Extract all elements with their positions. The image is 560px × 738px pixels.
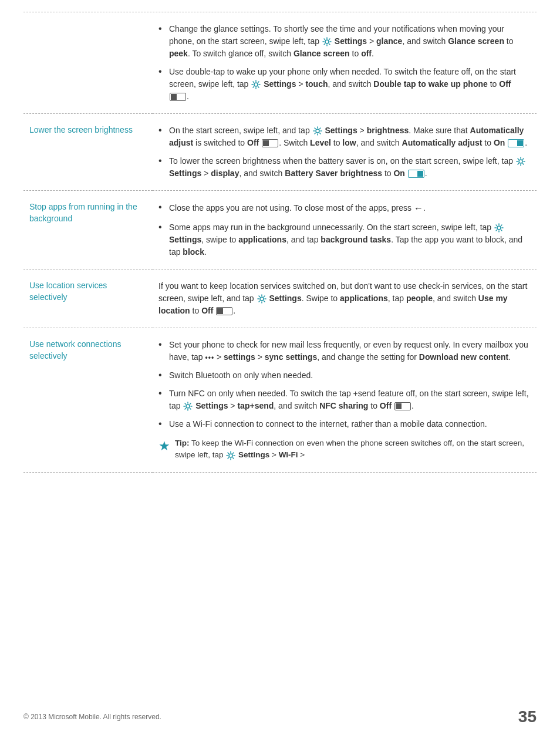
- touch-label: touch: [305, 79, 328, 89]
- settings-label8: Settings: [238, 450, 269, 459]
- settings-label7: Settings: [195, 401, 228, 410]
- toggle-off-icon3: [216, 307, 232, 315]
- toggle-off-icon: [170, 93, 186, 101]
- block-label: block: [183, 247, 204, 257]
- section-content-glance: Change the glance settings. To shortly s…: [153, 12, 537, 114]
- settings-icon7: [183, 402, 193, 411]
- toggle-on-icon: [508, 139, 524, 147]
- people-label: people: [406, 294, 433, 303]
- nfc-sharing-label: NFC sharing: [319, 401, 368, 410]
- display-label: display: [211, 169, 239, 178]
- content-table: Change the glance settings. To shortly s…: [23, 12, 537, 473]
- tip-text: Tip: To keep the Wi-Fi connection on eve…: [175, 437, 531, 461]
- page-number: 35: [518, 707, 537, 726]
- toggle-off-icon4: [394, 402, 411, 410]
- copyright-text: © 2013 Microsoft Mobile. All rights rese…: [23, 713, 161, 721]
- star-icon: ★: [158, 436, 170, 456]
- sync-settings-label: sync settings: [265, 352, 317, 362]
- peek-label: peek: [169, 49, 188, 58]
- off-label3: Off: [247, 138, 259, 147]
- off-label2: Off: [499, 79, 511, 89]
- svg-point-3: [519, 160, 522, 163]
- list-item: Set your phone to check for new mail les…: [158, 339, 531, 363]
- page-container: Change the glance settings. To shortly s…: [0, 0, 560, 508]
- list-item: Use a Wi-Fi connection to connect to the…: [158, 418, 531, 430]
- brightness-label: brightness: [367, 126, 409, 135]
- settings-icon8: [226, 451, 235, 460]
- tip-box: ★ Tip: To keep the Wi-Fi connection on e…: [158, 437, 531, 461]
- back-arrow-icon: ←: [414, 201, 423, 215]
- settings-label: Settings: [335, 36, 367, 46]
- auto-adjust-label2: Automatically adjust: [402, 138, 483, 147]
- off-label4: Off: [201, 306, 213, 315]
- list-item: Use double-tap to wake up your phone onl…: [158, 66, 531, 103]
- list-item: To lower the screen brightness when the …: [158, 155, 531, 180]
- svg-point-4: [497, 226, 501, 230]
- on-label2: On: [393, 169, 404, 178]
- footer: © 2013 Microsoft Mobile. All rights rese…: [23, 707, 537, 726]
- download-content-label: Download new content: [419, 352, 508, 362]
- dots-icon: •••: [205, 352, 215, 363]
- tap-send-label: tap+send: [237, 401, 274, 410]
- settings-icon4: [516, 157, 525, 166]
- svg-point-0: [325, 40, 329, 43]
- glance-label: glance: [376, 36, 402, 46]
- glance-screen-label2: Glance screen: [294, 49, 350, 58]
- settings-label6: Settings: [269, 294, 301, 303]
- section-content-location: If you want to keep location services sw…: [153, 269, 537, 328]
- settings-icon: [322, 37, 332, 46]
- settings-label5: Settings: [169, 235, 201, 244]
- applications-label: applications: [238, 235, 286, 244]
- table-row: Use location services selectively If you…: [23, 269, 537, 328]
- applications-label2: applications: [340, 294, 388, 303]
- settings-icon: [313, 126, 322, 136]
- section-content-network: Set your phone to check for new mail les…: [153, 328, 537, 473]
- list-item: Some apps may run in the background unne…: [158, 221, 531, 258]
- off-label: off: [361, 49, 372, 58]
- svg-point-7: [229, 454, 232, 457]
- battery-saver-label: Battery Saver brightness: [285, 169, 382, 178]
- table-row: Stop apps from running in the background…: [23, 191, 537, 269]
- toggle-off-icon2: [262, 139, 278, 147]
- wifi-label: Wi-Fi: [279, 450, 298, 459]
- settings-nav-label: settings: [224, 352, 255, 362]
- list-item: Close the apps you are not using. To clo…: [158, 201, 531, 215]
- settings-icon6: [257, 294, 266, 304]
- section-label-location: Use location services selectively: [23, 269, 153, 328]
- section-content-brightness: On the start screen, swipe left, and tap…: [153, 114, 537, 191]
- list-item: Turn NFC on only when needed. To switch …: [158, 387, 531, 412]
- double-tap-label: Double tap to wake up phone: [373, 79, 487, 89]
- table-row: Lower the screen brightness On the start…: [23, 114, 537, 191]
- off-label5: Off: [380, 401, 392, 410]
- settings-label3: Settings: [325, 126, 357, 135]
- section-label-network: Use network connections selectively: [23, 328, 153, 473]
- settings-label2: Settings: [264, 79, 296, 89]
- section-content-background: Close the apps you are not using. To clo…: [153, 191, 537, 269]
- section-label-brightness: Lower the screen brightness: [23, 114, 153, 191]
- toggle-on-icon2: [408, 170, 424, 178]
- list-item: Change the glance settings. To shortly s…: [158, 23, 531, 60]
- settings-label4: Settings: [169, 169, 201, 178]
- settings-icon: [251, 80, 261, 89]
- svg-point-6: [186, 405, 190, 408]
- background-tasks-label: background tasks: [321, 235, 391, 244]
- list-item: On the start screen, swipe left, and tap…: [158, 124, 531, 149]
- low-label: low: [342, 138, 356, 147]
- list-item: Switch Bluetooth on only when needed.: [158, 369, 531, 382]
- settings-icon5: [494, 223, 504, 232]
- svg-point-1: [254, 83, 258, 86]
- level-label: Level: [310, 138, 331, 147]
- svg-point-2: [316, 129, 319, 133]
- section-label-glance: [23, 12, 153, 114]
- section-label-background: Stop apps from running in the background: [23, 191, 153, 269]
- location-text: If you want to keep location services sw…: [158, 280, 531, 317]
- table-row: Change the glance settings. To shortly s…: [23, 12, 537, 114]
- glance-screen-label: Glance screen: [448, 36, 504, 46]
- svg-point-5: [260, 297, 264, 301]
- tip-label: Tip:: [175, 439, 190, 447]
- on-label: On: [494, 138, 505, 147]
- table-row: Use network connections selectively Set …: [23, 328, 537, 473]
